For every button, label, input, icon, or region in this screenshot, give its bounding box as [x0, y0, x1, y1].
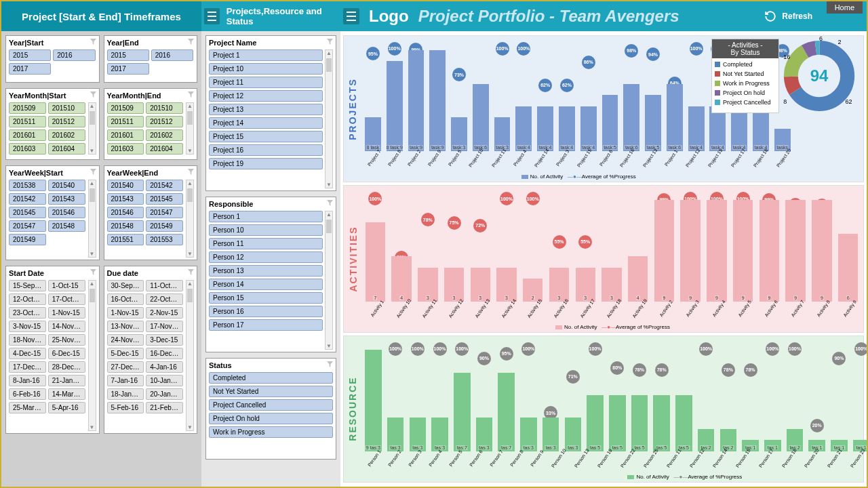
slicer-chip[interactable]: Person 15 — [209, 292, 323, 304]
slicer-chip[interactable]: 13-Nov-… — [107, 321, 144, 332]
slicer-chip[interactable]: Person 10 — [209, 224, 323, 236]
slicer-yearmonth-end[interactable]: YearMonth|End 20150920151020151120151220… — [104, 88, 198, 160]
slicer-chip[interactable]: 201603 — [9, 143, 46, 155]
slicer-chip[interactable]: 201509 — [107, 102, 144, 114]
slicer-chip[interactable]: Person 14 — [209, 279, 323, 290]
slicer-chip[interactable]: 201509 — [9, 102, 46, 114]
menu-icon-2[interactable] — [343, 8, 359, 24]
slicer-chip[interactable]: 201543 — [107, 193, 144, 205]
slicer-chip[interactable]: Project On hold — [209, 413, 333, 424]
filter-icon[interactable] — [188, 92, 194, 98]
slicer-chip[interactable]: Completed — [209, 372, 333, 384]
slicer-due-date[interactable]: Due date 30-Sep-…11-Oct-1516-Oct-1522-Oc… — [104, 266, 198, 434]
slicer-chip[interactable]: Person 17 — [209, 319, 323, 331]
slicer-chip[interactable]: 2016 — [151, 49, 193, 61]
slicer-chip[interactable]: 201512 — [146, 116, 183, 127]
slicer-chip[interactable]: 5-Dec-15 — [107, 348, 144, 359]
slicer-yearweek-end[interactable]: YearWeek|End 201540201542201543201545201… — [104, 165, 198, 260]
slicer-chip[interactable]: Not Yet Started — [209, 386, 333, 397]
slicer-chip[interactable]: 2017 — [9, 63, 51, 75]
scrollbar[interactable] — [325, 49, 333, 188]
slicer-chip[interactable]: 18-Nov-… — [9, 334, 46, 346]
slicer-chip[interactable]: Person 11 — [209, 238, 323, 249]
slicer-chip[interactable]: 25-Mar-… — [9, 402, 46, 413]
slicer-chip[interactable]: 201548 — [107, 220, 144, 232]
slicer-chip[interactable]: Work in Progress — [209, 426, 333, 438]
slicer-chip[interactable]: 18-Jan-… — [107, 388, 144, 400]
slicer-chip[interactable]: 17-Dec-… — [9, 361, 46, 373]
home-button[interactable]: Home — [827, 1, 863, 14]
slicer-chip[interactable]: 14-Nov-… — [48, 321, 85, 332]
slicer-chip[interactable]: 30-Sep-… — [107, 280, 144, 291]
filter-icon[interactable] — [188, 39, 194, 45]
scrollbar[interactable] — [325, 211, 333, 350]
slicer-chip[interactable]: 12-Oct-15 — [9, 293, 46, 305]
scrollbar[interactable] — [88, 280, 96, 431]
slicer-start-date[interactable]: Start Date 15-Sep-…1-Oct-1512-Oct-1517-O… — [5, 266, 100, 434]
slicer-chip[interactable]: 14-Mar-… — [48, 388, 85, 400]
slicer-chip[interactable]: 201511 — [9, 116, 46, 127]
slicer-yearweek-start[interactable]: YearWeek|Start 2015382015402015422015432… — [5, 165, 100, 260]
slicer-year-start[interactable]: Year|Start 201520162017 — [5, 35, 100, 83]
slicer-chip[interactable]: 2-Nov-15 — [146, 307, 183, 319]
slicer-chip[interactable]: 10-Jan-… — [146, 375, 183, 386]
slicer-chip[interactable]: 201601 — [107, 129, 144, 141]
filter-icon[interactable] — [188, 269, 194, 275]
slicer-chip[interactable]: 17-Oct-15 — [48, 293, 85, 305]
slicer-chip[interactable]: 201549 — [146, 220, 183, 232]
slicer-chip[interactable]: 1-Oct-15 — [48, 280, 85, 291]
slicer-responsible[interactable]: Responsible Person 1Person 10Person 11Pe… — [205, 197, 336, 352]
slicer-chip[interactable]: 1-Nov-15 — [48, 307, 85, 319]
slicer-chip[interactable]: 201604 — [146, 143, 183, 155]
slicer-chip[interactable]: Person 16 — [209, 306, 323, 317]
filter-icon[interactable] — [327, 39, 333, 45]
filter-icon[interactable] — [327, 200, 333, 206]
slicer-chip[interactable]: 11-Oct-15 — [146, 280, 183, 291]
slicer-status[interactable]: Status CompletedNot Yet StartedProject C… — [205, 358, 336, 460]
scrollbar[interactable] — [186, 180, 194, 258]
slicer-chip[interactable]: 2017 — [107, 63, 149, 75]
scrollbar[interactable] — [88, 102, 96, 155]
slicer-chip[interactable]: 201538 — [9, 180, 46, 191]
slicer-chip[interactable]: 16-Dec-… — [146, 348, 183, 359]
slicer-chip[interactable]: 8-Jan-16 — [9, 375, 46, 386]
slicer-chip[interactable]: 16-Oct-15 — [107, 293, 144, 305]
filter-icon[interactable] — [327, 361, 333, 367]
slicer-chip[interactable]: 2016 — [53, 49, 95, 61]
slicer-chip[interactable]: 201546 — [48, 207, 85, 218]
slicer-chip[interactable]: Project 15 — [209, 131, 323, 142]
slicer-chip[interactable]: 201547 — [9, 220, 46, 232]
slicer-chip[interactable]: 201543 — [48, 193, 85, 205]
slicer-chip[interactable]: 201551 — [107, 234, 144, 245]
slicer-chip[interactable]: 201542 — [9, 193, 46, 205]
slicer-chip[interactable]: Project 14 — [209, 117, 323, 129]
slicer-chip[interactable]: Person 1 — [209, 211, 323, 222]
slicer-chip[interactable]: 6-Feb-16 — [9, 388, 46, 400]
slicer-chip[interactable]: Project 12 — [209, 90, 323, 102]
filter-icon[interactable] — [90, 92, 96, 98]
slicer-chip[interactable]: 27-Dec-… — [107, 361, 144, 373]
slicer-chip[interactable]: 2015 — [9, 49, 51, 61]
slicer-chip[interactable]: 6-Dec-15 — [48, 348, 85, 359]
slicer-chip[interactable]: 201542 — [146, 180, 183, 191]
slicer-chip[interactable]: 201548 — [48, 220, 85, 232]
filter-icon[interactable] — [90, 39, 96, 45]
slicer-chip[interactable]: 20-Jan-… — [146, 388, 183, 400]
slicer-chip[interactable]: 201545 — [146, 193, 183, 205]
slicer-chip[interactable]: Project 11 — [209, 77, 323, 88]
slicer-chip[interactable]: 201547 — [146, 207, 183, 218]
slicer-chip[interactable]: 3-Nov-15 — [9, 321, 46, 332]
slicer-chip[interactable]: 21-Feb-… — [146, 402, 183, 413]
refresh-button[interactable]: Refresh — [764, 10, 812, 22]
slicer-chip[interactable]: 23-Oct-15 — [9, 307, 46, 319]
slicer-chip[interactable]: 201545 — [9, 207, 46, 218]
scrollbar[interactable] — [186, 280, 194, 431]
slicer-chip[interactable]: 5-Apr-16 — [48, 402, 85, 413]
slicer-chip[interactable]: 3-Dec-15 — [146, 334, 183, 346]
slicer-chip[interactable]: Project 13 — [209, 104, 323, 115]
filter-icon[interactable] — [90, 169, 96, 175]
slicer-chip[interactable]: 24-Nov-… — [107, 334, 144, 346]
slicer-chip[interactable]: 2015 — [107, 49, 149, 61]
slicer-chip[interactable]: Person 13 — [209, 265, 323, 277]
slicer-chip[interactable]: 201510 — [48, 102, 85, 114]
